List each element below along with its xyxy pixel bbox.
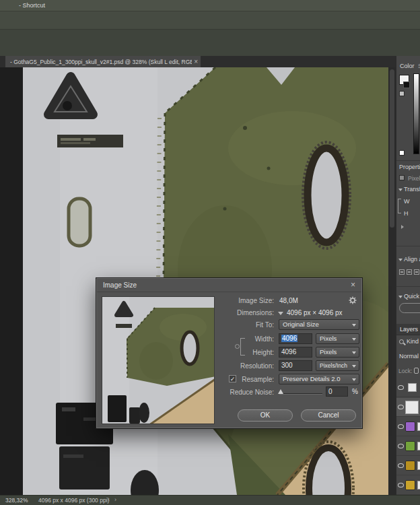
scroll-left-icon[interactable]: ‹ [108,496,110,503]
layer-row[interactable] [396,378,420,397]
height-label: Height: [191,349,274,356]
tab-color[interactable]: Color [400,63,415,69]
lock-label: Lock: [398,368,412,374]
resolution-label: Resolution: [191,362,274,370]
layer-row[interactable] [396,476,420,495]
cancel-button[interactable]: Cancel [301,409,356,422]
chevron-down-icon [352,324,356,327]
eye-icon[interactable] [398,385,404,390]
search-icon [399,339,404,344]
divider [396,286,420,287]
layer-row[interactable] [396,457,420,475]
gear-icon[interactable] [349,296,357,304]
color-gradient-slider[interactable] [413,73,419,154]
layer-thumbnail[interactable] [417,422,420,431]
divider [396,246,420,246]
resolution-unit-select[interactable]: Pixels/Inch [316,360,359,371]
resample-select[interactable]: Preserve Details 2.0 [279,374,359,384]
eye-icon[interactable] [398,483,404,487]
align-right-icon[interactable] [414,269,419,275]
width-field-label: W [404,198,410,205]
layer-color-chip[interactable] [405,422,415,432]
layer-thumbnail[interactable] [417,461,420,470]
height-value: 4096 [281,348,296,356]
reduce-noise-slider-track[interactable] [279,393,322,395]
tab-close-icon[interactable]: × [194,58,198,65]
wh-link-icon[interactable] [398,199,401,213]
layer-row[interactable] [396,437,420,456]
resolution-input[interactable]: 300 [279,360,312,371]
align-center-icon[interactable] [407,269,412,275]
section-align[interactable]: Align and Distribute [404,256,420,263]
scroll-right-icon[interactable]: › [114,496,116,503]
document-title: - GothaG5_Public_1_300ppi_skull_v2#1.psd… [10,59,192,65]
align-left-icon[interactable] [399,269,405,275]
section-transform[interactable]: Transform [404,186,420,193]
vertical-scrollbar-thumb[interactable] [390,69,394,228]
eye-icon[interactable] [398,424,404,429]
layer-filter-kind[interactable]: Kind [407,338,419,345]
quick-action-button[interactable] [399,303,420,313]
layer-thumbnail[interactable] [405,401,419,414]
shortcut-label[interactable]: - Shortcut [19,2,45,9]
status-bar: 328,32% 4096 px x 4096 px (300 ppi) ‹ › [0,495,420,505]
image-size-label: Image Size: [191,297,274,304]
height-input[interactable]: 4096 [279,347,312,358]
eye-icon[interactable] [398,405,404,409]
chevron-down-icon[interactable] [398,259,403,261]
layer-color-chip[interactable] [405,480,415,490]
panel-properties-title[interactable]: Properties [399,164,420,170]
dimensions-value: 4096 px × 4096 px [287,309,343,316]
link-icon[interactable] [235,344,240,349]
image-size-value: 48,0M [279,297,298,304]
reduce-noise-input[interactable]: 0 [326,386,348,397]
reduce-noise-slider-thumb[interactable] [278,389,283,394]
swatch-small[interactable] [399,150,405,156]
image-size-dialog: Image Size × Image Size: 48,0M [96,278,362,428]
layer-thumbnail[interactable] [408,383,417,392]
dialog-title-bar[interactable]: Image Size × [97,279,361,292]
height-field-label: H [404,210,409,217]
width-value: 4096 [281,335,298,342]
layer-row[interactable] [396,417,420,436]
options-bar [0,11,420,30]
background-color-swatch[interactable] [403,81,410,88]
dialog-title: Image Size [103,281,137,289]
document-tab[interactable]: - GothaG5_Public_1_300ppi_skull_v2#1.psd… [5,56,201,67]
lock-icon[interactable] [414,368,419,374]
tab-layers[interactable]: Layers [400,326,418,333]
chevron-down-icon[interactable] [398,296,403,298]
eye-icon[interactable] [398,444,404,448]
document-info[interactable]: 4096 px x 4096 px (300 ppi) [38,497,109,504]
vertical-scrollbar[interactable] [388,67,396,495]
layer-thumbnail[interactable] [417,442,420,450]
reduce-noise-label: Reduce Noise: [191,389,274,396]
blend-mode-select[interactable]: Normal [399,353,419,360]
layer-thumbnail[interactable] [417,481,420,490]
width-label: Width: [191,335,274,343]
height-unit-select[interactable]: Pixels [316,347,359,358]
width-unit-select[interactable]: Pixels [316,333,359,344]
chevron-down-icon [352,338,356,341]
height-unit-value: Pixels [320,348,337,356]
section-quick-actions[interactable]: Quick Actions [404,293,420,300]
layer-color-chip[interactable] [405,461,415,471]
dialog-close-icon[interactable]: × [348,280,358,290]
chevron-down-icon [352,365,356,368]
layers-tab-strip: Layers [396,324,420,335]
layer-color-chip[interactable] [405,441,415,451]
layer-row[interactable] [396,398,420,417]
fit-to-select[interactable]: Original Size [279,319,359,330]
swatch-small[interactable] [399,91,405,96]
ok-button[interactable]: OK [238,409,293,422]
eye-icon[interactable] [398,463,404,468]
fit-to-value: Original Size [283,321,319,328]
width-input[interactable]: 4096 [279,333,312,344]
chevron-down-icon[interactable] [398,189,403,191]
zoom-level[interactable]: 328,32% [5,497,28,504]
dimensions-chevron-icon[interactable] [278,312,283,315]
width-unit-value: Pixels [320,335,337,342]
chevron-down-icon [352,351,356,354]
right-panel: Color Swatches Properties Pixel Layer Tr… [396,56,420,495]
workspace-strip [0,30,420,56]
